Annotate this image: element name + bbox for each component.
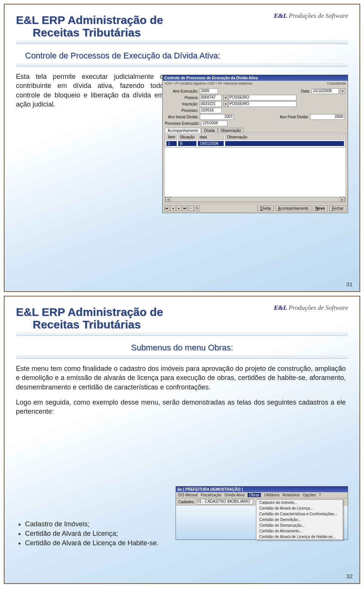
menu-screenshot: ão [ PREFEITURA DEMOSTRAÇÃO ] ISS Mensal… <box>176 486 348 540</box>
menu-item[interactable]: Utilitários <box>264 493 279 497</box>
bullet-item: Cadastro de Imóveis; <box>25 519 158 529</box>
brand-logo: E&L Produções de Software <box>274 12 348 20</box>
input-ano-fim[interactable]: 2008 <box>310 114 344 120</box>
bullet-item: Certidão de Alvará de Licença; <box>25 529 158 538</box>
nav-first-icon[interactable]: ⏮ <box>164 206 169 211</box>
section-rule <box>16 64 348 67</box>
menu-window-title: ão [ PREFEITURA DEMOSTRAÇÃO ] <box>176 486 348 492</box>
input-proc-exec[interactable]: 125/2008 <box>201 121 228 126</box>
hint-left: <Ctrl + P> localiza registros <Ctrl + R>… <box>164 82 253 85</box>
label-pessoa: Pessoa: <box>165 96 200 100</box>
arrow-left-icon[interactable]: ◂ <box>165 197 171 202</box>
tab-acompanhamento[interactable]: Acompanhamento <box>165 128 201 133</box>
slide-31: E&L Produções de Software E&L ERP Admini… <box>4 4 360 292</box>
col-observacao[interactable]: Observação <box>225 134 344 140</box>
brand-el: E&L <box>274 304 287 311</box>
dropdown-item[interactable]: Cadastro de Imóveis... <box>256 500 343 505</box>
title-line2: Receitas Tributárias <box>16 26 141 39</box>
input-inscricao-cod[interactable]: 0031021 <box>200 101 222 107</box>
cell-data: 19/01/2006 <box>198 141 224 146</box>
brand-logo: E&L Produções de Software <box>274 304 348 312</box>
bullet-list: Cadastro de Imóveis; Certidão de Alvará … <box>18 519 158 548</box>
slide-subtitle: Submenus do menu Obras: <box>16 343 348 353</box>
label-processo: Processo: <box>165 108 200 113</box>
dropdown-item[interactable]: Certidão de Alvará de Licença de Habite-… <box>256 534 343 540</box>
label-ano-ini: Ano Inicial Dívida: <box>165 115 200 119</box>
nav-prev-icon[interactable]: ◂ <box>170 206 176 211</box>
menu-item[interactable]: Relatórios <box>282 493 300 497</box>
app-window: Controle de Processos de Execução da Dív… <box>162 75 348 213</box>
novo-button[interactable]: Novo <box>313 206 328 211</box>
dropdown-item[interactable]: Certidão de Demolição... <box>256 517 343 523</box>
input-data[interactable]: 10/10/2008 <box>312 88 339 94</box>
dropdown-item[interactable]: Certidão de Aforamento... <box>256 528 343 534</box>
input-ano-exec[interactable]: 2005 <box>200 88 218 94</box>
menu-item-obras[interactable]: Obras <box>248 493 261 497</box>
window-title: Controle de Processos de Execução da Dív… <box>163 75 348 81</box>
label-inscricao: Inscrição: <box>165 102 200 106</box>
minus-icon[interactable]: − <box>188 206 194 211</box>
label-ano-exec: Ano Execução: <box>165 89 200 93</box>
slide-body: Esta tela permite executar judicialmente… <box>16 72 164 109</box>
menu-item[interactable]: ? <box>319 493 321 497</box>
fechar-button[interactable]: Fechar <box>329 206 346 211</box>
footer-buttons: ⏮ ◂ ▸ ⏭ − ↻ Dívida Acompanhamento Novo F… <box>163 204 348 213</box>
table-row[interactable]: 1 B 19/01/2006 <box>166 141 344 146</box>
input-pessoa-cod[interactable]: 0008747 <box>200 95 222 100</box>
form-area: Ano Execução: 2005 Data: 10/10/2008 ▾ Pe… <box>163 86 348 204</box>
title-line1: E&L ERP Administração de <box>16 14 163 26</box>
slide-32: E&L Produções de Software E&L ERP Admini… <box>4 296 360 584</box>
title-line1: E&L ERP Administração de <box>16 306 163 318</box>
title-line2: Receitas Tributárias <box>16 318 141 331</box>
nav-next-icon[interactable]: ▸ <box>176 206 182 211</box>
slide-body-1: Este menu tem como finalidade o cadastro… <box>16 364 346 392</box>
input-cadastro[interactable]: 01 - CADASTRO IMOBILIÁRIO <box>196 499 253 504</box>
dropdown-item[interactable]: Certidão de Demarcação... <box>256 523 343 528</box>
slide-subtitle: Controle de Processos de Execução da Dív… <box>25 51 348 61</box>
chevron-down-icon[interactable]: ▾ <box>223 101 228 107</box>
input-pessoa-nome[interactable]: POSSEIRO <box>228 95 297 100</box>
acompanhamento-button[interactable]: Acompanhamento <box>275 206 311 211</box>
menu-item[interactable]: Dívida Ativa <box>224 493 245 497</box>
menu-bar: ISS Mensal Fiscalização Dívida Ativa Obr… <box>176 492 348 498</box>
page-number: 32 <box>346 573 353 579</box>
chevron-down-icon[interactable]: ▾ <box>223 95 228 100</box>
divida-button[interactable]: Dívida <box>257 206 273 211</box>
data-table: Item Situação data Observação 1 B 19/01/… <box>165 133 345 148</box>
nav-last-icon[interactable]: ⏭ <box>182 206 188 211</box>
bullet-item: Certidão de Alvará de Licença de Habite-… <box>25 538 158 548</box>
title-rule <box>16 41 348 44</box>
refresh-icon[interactable]: ↻ <box>195 206 200 211</box>
horizontal-scrollbar[interactable]: ◂ ▸ <box>165 197 345 202</box>
label-proc-exec: Processo Execução: <box>165 121 201 126</box>
section-rule <box>16 356 348 359</box>
col-situacao[interactable]: Situação <box>178 134 197 140</box>
tab-observacao[interactable]: Observação <box>218 128 244 133</box>
window-hint: <Ctrl + P> localiza registros <Ctrl + R>… <box>163 81 348 86</box>
menu-item[interactable]: ISS Mensal <box>178 493 198 497</box>
input-processo[interactable]: 103516 <box>200 108 222 113</box>
label-ano-fim: Ano Final Dívida: <box>276 115 310 119</box>
page-number: 31 <box>346 281 353 287</box>
slide-body-2: Logo em seguida, como exemplo desse menu… <box>16 398 346 416</box>
title-rule <box>16 333 348 336</box>
brand-tagline: Produções de Software <box>289 12 348 19</box>
chevron-down-icon[interactable]: ▾ <box>340 88 345 94</box>
tab-divida[interactable]: Dívida <box>201 128 217 133</box>
menu-item[interactable]: Fiscalização <box>201 493 221 497</box>
hint-right: Consultando <box>327 82 346 85</box>
cell-item: 1 <box>166 141 177 146</box>
dropdown-item[interactable]: Certidão de Alvará de Licença... <box>256 505 343 511</box>
menu-item[interactable]: Opções <box>303 493 315 497</box>
obras-dropdown: Cadastro de Imóveis... Certidão de Alvar… <box>256 499 343 540</box>
arrow-right-icon[interactable]: ▸ <box>340 197 345 202</box>
cell-situacao: B <box>178 141 197 146</box>
col-data[interactable]: data <box>198 134 224 140</box>
input-ano-ini[interactable]: 2001 <box>200 114 234 120</box>
col-item[interactable]: Item <box>166 134 177 140</box>
cell-observacao <box>225 141 344 146</box>
table-blank-area <box>165 148 345 197</box>
label-cadastro: Cadastro: <box>178 500 195 504</box>
dropdown-item[interactable]: Certidão de Características e Confrontaç… <box>256 511 343 517</box>
input-inscricao-nome[interactable]: POSSEIRO <box>228 101 297 107</box>
